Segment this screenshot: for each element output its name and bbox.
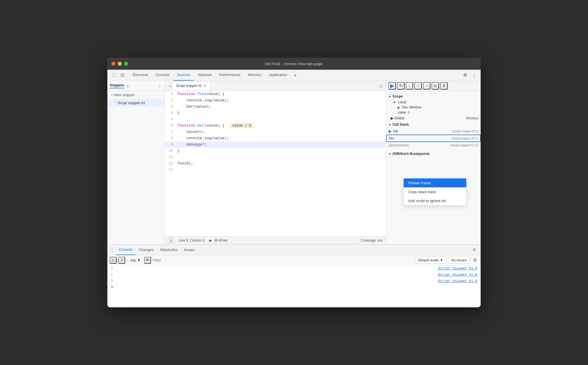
tab-memory[interactable]: Memory <box>245 70 265 81</box>
right-panel: ▶ ↻ ↓ ↑ → ⊘ ⏸ ▼ Scope ▼ Local ▶ <box>386 81 481 244</box>
resume-button[interactable]: ▶ <box>388 82 396 90</box>
callstack-bar-loc: Script snippet #1:9 <box>452 129 478 133</box>
callstack-section-header[interactable]: ▼ Call Stack <box>386 121 481 128</box>
top-toolbar: ⬚ ⊡ Elements Console Sources Network Per… <box>107 70 481 81</box>
device-icon[interactable]: ⊡ <box>118 71 126 79</box>
callstack-foo-name: foo <box>389 136 452 140</box>
bottom-tab-console[interactable]: Console <box>116 245 136 255</box>
callstack-anon-name: (anonymous) <box>388 143 450 147</box>
snippet-item-label: Script snippet #1 <box>117 101 145 105</box>
minimize-button[interactable] <box>118 62 122 66</box>
callstack-arrow-icon: ▼ <box>388 123 391 126</box>
console-line-loc-1[interactable]: Script snippet #1:8 <box>438 267 477 271</box>
code-line-11: 11 <box>165 154 386 160</box>
global-arrow-icon: ▶ <box>391 116 393 120</box>
tab-console[interactable]: Console <box>152 70 173 81</box>
scope-section-header[interactable]: ▼ Scope <box>386 93 481 100</box>
editor-back-icon[interactable]: ◁ <box>166 82 173 89</box>
restart-frame-menu-item[interactable]: Restart frame <box>404 178 466 187</box>
code-line-13: 13 <box>165 167 386 173</box>
close-button[interactable] <box>111 62 115 66</box>
tab-performance[interactable]: Performance <box>216 70 244 81</box>
tab-network[interactable]: Network <box>195 70 215 81</box>
editor-statusbar: {} Line 9, Column 5 ▶ ⌘+Enter Coverage: … <box>165 236 386 244</box>
code-line-2: 2 console.log(value); <box>165 97 386 104</box>
this-arrow-icon: ▶ <box>398 106 400 109</box>
callstack-foo-item[interactable]: foo Script snippet #1:3 <box>386 135 481 142</box>
console-line-loc-2[interactable]: Script snippet #1:8 <box>438 273 477 277</box>
code-line-4: 4 } <box>165 110 386 116</box>
console-line-num-2: 2 <box>111 273 119 277</box>
run-snippet-status[interactable]: ▶ ⌘+Enter <box>209 238 228 242</box>
cursor-icon[interactable]: ⬚ <box>110 71 118 79</box>
no-issues-button[interactable]: No Issues <box>448 257 470 264</box>
editor-tab-label: Script snippet #1 <box>176 84 202 88</box>
tab-sources[interactable]: Sources <box>173 70 194 81</box>
clear-console-icon[interactable]: ⊡ <box>110 257 117 264</box>
code-line-12: 12 foo(0); <box>165 160 386 167</box>
window-title: DevTools - chrome://new-tab-page/ <box>265 62 323 66</box>
console-line-loc-3[interactable]: Script snippet #1:8 <box>438 279 477 283</box>
settings-icon[interactable]: ⚙ <box>461 71 469 79</box>
sidebar-more-btn[interactable]: » <box>127 84 129 88</box>
local-scope-item[interactable]: ▼ Local <box>386 100 481 105</box>
bottom-menu-icon[interactable]: ⋮ <box>110 247 114 253</box>
callstack-anon-item[interactable]: (anonymous) Script snippet #1:12 <box>386 142 481 148</box>
scope-arrow-icon: ▼ <box>388 95 391 98</box>
snippets-tab-label[interactable]: Snippets <box>110 83 124 88</box>
global-scope-item[interactable]: ▶ Global Window <box>386 115 481 121</box>
editor-area: ◁ Script snippet #1 ✕ ▷ 1 function foo(v… <box>165 81 386 244</box>
console-settings-icon[interactable]: ⚙ <box>471 257 478 264</box>
run-snippet-icon[interactable]: ▷ <box>378 82 385 89</box>
new-snippet-button[interactable]: + New snippet <box>107 91 165 99</box>
format-button[interactable]: {} <box>168 238 174 243</box>
top-frame-selector[interactable]: top ▼ <box>129 257 142 263</box>
filter-console-icon[interactable]: ⊘ <box>118 257 125 264</box>
step-out-button[interactable]: ↑ <box>414 82 422 90</box>
copy-stack-trace-menu-item[interactable]: Copy stack trace <box>404 187 466 196</box>
pause-on-exception-button[interactable]: ⏸ <box>440 82 448 90</box>
run-triangle-icon: ▶ <box>209 238 212 242</box>
editor-tab-close-icon[interactable]: ✕ <box>203 84 207 88</box>
tab-elements[interactable]: Elements <box>129 70 152 81</box>
code-line-10: 10 } <box>165 148 386 154</box>
top-frame-label: top <box>131 258 136 262</box>
step-button[interactable]: → <box>423 82 430 90</box>
console-toolbar: ⊡ ⊘ top ▼ 👁 Default levels ▼ No Issues ⚙ <box>107 255 481 265</box>
console-line-num-1: 1 <box>111 267 119 271</box>
bottom-tab-changes[interactable]: Changes <box>136 245 157 255</box>
top-tabs: Elements Console Sources Network Perform… <box>129 70 299 80</box>
deactivate-breakpoints-button[interactable]: ⊘ <box>432 82 439 90</box>
console-output-2: 2 Script snippet #1:8 <box>107 272 481 278</box>
debugger-toolbar: ▶ ↻ ↓ ↑ → ⊘ ⏸ <box>386 81 481 91</box>
value-label: value: <box>398 110 408 114</box>
console-eye-icon[interactable]: 👁 <box>144 257 151 264</box>
more-options-icon[interactable]: ⋮ <box>470 71 478 79</box>
console-filter-input[interactable] <box>153 258 413 262</box>
sidebar-header: Snippets » ⋮ <box>107 81 165 91</box>
code-editor[interactable]: 1 function foo(value) { 2 console.log(va… <box>165 91 386 236</box>
sidebar-menu-icon[interactable]: ⋮ <box>158 83 162 88</box>
console-prompt[interactable]: > <box>107 284 481 290</box>
more-tabs-icon[interactable]: » <box>291 71 299 79</box>
bottom-tab-issues[interactable]: Issues <box>181 245 198 255</box>
snippet-icon: 📄 <box>111 100 116 105</box>
add-script-ignore-menu-item[interactable]: Add script to ignore list <box>404 196 466 205</box>
console-output-3: 3 Script snippet #1:8 <box>107 278 481 284</box>
maximize-button[interactable] <box>124 62 128 66</box>
tab-application[interactable]: Application <box>266 70 291 81</box>
default-levels-button[interactable]: Default levels ▼ <box>415 257 446 264</box>
bottom-tab-webauthn[interactable]: WebAuthn <box>157 245 180 255</box>
console-output-1: 1 Script snippet #1:8 <box>107 265 481 272</box>
this-scope-item[interactable]: ▶ this: Window <box>386 105 481 110</box>
step-over-button[interactable]: ↻ <box>397 82 405 90</box>
snippet-item[interactable]: 📄 Script snippet #1 <box>107 99 165 107</box>
step-into-button[interactable]: ↓ <box>406 82 413 90</box>
console-caret-icon: > <box>111 285 113 290</box>
devtools-window: DevTools - chrome://new-tab-page/ ⬚ ⊡ El… <box>107 58 481 307</box>
editor-tab-snippet1[interactable]: Script snippet #1 ✕ <box>173 81 210 90</box>
toolbar-right: ⚙ ⋮ <box>461 71 478 79</box>
xhr-section-header[interactable]: ▼ XHR/fetch Breakpoints <box>386 151 481 157</box>
close-bottom-panel-icon[interactable]: ✕ <box>470 247 478 253</box>
callstack-bar-item[interactable]: ▶ bar Script snippet #1:9 <box>386 128 481 135</box>
